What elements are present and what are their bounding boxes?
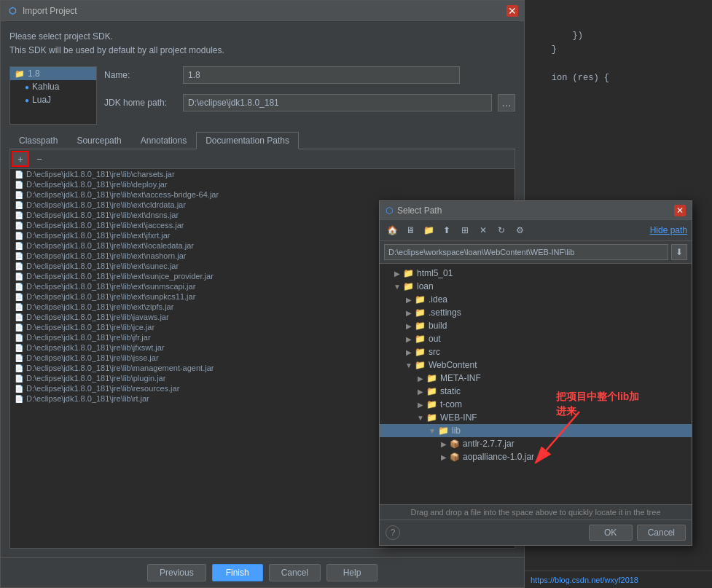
expand-arrow: ▶: [391, 267, 403, 279]
tree-node-build[interactable]: ▶ 📁 build: [380, 319, 692, 332]
tree-node-tcom[interactable]: ▶ 📁 t-com: [380, 398, 692, 411]
folder-icon: 📁: [415, 321, 426, 331]
tree-node-label: t-com: [440, 399, 462, 409]
path-row: ⬇: [380, 241, 692, 264]
select-path-icon: ⬡: [386, 205, 393, 216]
tab-classpath[interactable]: Classpath: [9, 132, 67, 149]
file-tree: ▶ 📁 html5_01 ▼ 📁 loan ▶ 📁 .idea ▶ 📁 .set…: [380, 264, 692, 504]
tree-node-label: build: [429, 321, 447, 331]
expand-arrow: ▶: [415, 399, 426, 410]
path-input[interactable]: [384, 244, 668, 260]
expand-arrow: ▶: [415, 372, 426, 384]
cancel-button[interactable]: Cancel: [637, 525, 686, 541]
select-path-dialog: ⬡ Select Path ✕ 🏠 🖥 📁 ⬆ ⊞ ✕ ↻ ⚙ Hide pat…: [379, 200, 692, 546]
sdk-item-label: Kahlua: [32, 82, 59, 92]
jar-icon: 📄: [15, 375, 23, 383]
dot-icon: ●: [25, 83, 29, 91]
tree-node-static[interactable]: ▶ 📁 static: [380, 385, 692, 398]
settings-button[interactable]: ⚙: [512, 223, 528, 238]
tree-node-loan[interactable]: ▼ 📁 loan: [380, 280, 692, 293]
select-path-titlebar: ⬡ Select Path ✕: [380, 201, 692, 220]
tree-node-label: out: [429, 334, 441, 344]
tree-node-out[interactable]: ▶ 📁 out: [380, 332, 692, 345]
select-path-close-button[interactable]: ✕: [674, 205, 686, 216]
tree-node-label: .idea: [429, 294, 447, 305]
code-line: }: [531, 43, 705, 57]
tree-node-antlr[interactable]: ▶ 📦 antlr-2.7.7.jar: [380, 437, 692, 450]
close-button[interactable]: ✕: [506, 5, 518, 17]
tab-bar: Classpath Sourcepath Annotations Documen…: [9, 132, 515, 149]
folder-icon: 📁: [415, 307, 426, 318]
expand-arrow: ▼: [403, 359, 415, 371]
finish-button[interactable]: Finish: [212, 564, 263, 581]
folder-icon: 📁: [438, 426, 449, 436]
jar-icon: 📄: [15, 313, 23, 321]
sdk-tree-item-kahlua[interactable]: ● Kahlua: [10, 80, 96, 93]
sdk-item-label: 1.8: [28, 68, 40, 79]
jdk-field-row: JDK home path: …: [104, 94, 515, 111]
browse-button[interactable]: …: [498, 94, 515, 111]
tree-node-webcontent[interactable]: ▼ 📁 WebContent: [380, 358, 692, 372]
code-line: [531, 57, 705, 71]
add-file-button[interactable]: +: [12, 151, 29, 167]
tree-node-html501[interactable]: ▶ 📁 html5_01: [380, 267, 692, 280]
jar-icon: 📄: [15, 334, 23, 342]
jar-icon: 📄: [15, 201, 23, 209]
help-button[interactable]: ?: [386, 525, 400, 540]
expand-arrow: ▶: [415, 385, 426, 397]
tree-node-metainf[interactable]: ▶ 📁 META-INF: [380, 372, 692, 385]
remove-file-button[interactable]: −: [31, 151, 48, 167]
tree-node-label: loan: [417, 281, 434, 291]
tree-node-label: antlr-2.7.7.jar: [463, 439, 515, 449]
folder-icon: 📁: [415, 294, 426, 305]
expand-button[interactable]: ⊞: [457, 223, 473, 238]
sdk-tree-item-18[interactable]: 📁 1.8: [10, 67, 96, 80]
expand-arrow: ▼: [426, 425, 438, 436]
jar-icon: 📄: [15, 232, 23, 240]
name-input[interactable]: [183, 66, 460, 84]
tree-node-aopalliance[interactable]: ▶ 📦 aopalliance-1.0.jar: [380, 450, 692, 463]
jar-icon: 📄: [15, 283, 23, 291]
drag-hint: Drag and drop a file into the space abov…: [380, 504, 692, 520]
previous-button[interactable]: Previous: [147, 564, 206, 581]
tree-node-label: META-INF: [440, 373, 481, 383]
tree-node-idea[interactable]: ▶ 📁 .idea: [380, 293, 692, 306]
jar-icon: 📄: [15, 324, 23, 332]
refresh-button[interactable]: ↻: [493, 223, 509, 238]
home-button[interactable]: 🏠: [384, 223, 400, 238]
tab-documentation-paths[interactable]: Documentation Paths: [196, 132, 299, 149]
jdk-path-input[interactable]: [183, 94, 492, 111]
tree-node-settings[interactable]: ▶ 📁 .settings: [380, 306, 692, 319]
hide-path-link[interactable]: Hide path: [650, 225, 687, 235]
tree-node-label: .settings: [429, 307, 461, 318]
list-item[interactable]: 📄D:\eclipse\jdk1.8.0_181\jre\lib\charset…: [10, 169, 515, 179]
delete-button[interactable]: ✕: [475, 223, 491, 238]
jar-icon: 📄: [15, 364, 23, 372]
jar-icon: 📄: [15, 395, 23, 403]
list-item[interactable]: 📄D:\eclipse\jdk1.8.0_181\jre\lib\deploy.…: [10, 179, 515, 189]
folder-icon: 📁: [426, 412, 437, 423]
cancel-button[interactable]: Cancel: [269, 564, 321, 581]
tab-sourcepath[interactable]: Sourcepath: [67, 132, 130, 149]
new-folder-button[interactable]: 📁: [420, 223, 437, 238]
tab-annotations[interactable]: Annotations: [131, 132, 196, 149]
computer-button[interactable]: 🖥: [402, 223, 418, 238]
up-folder-button[interactable]: ⬆: [439, 223, 455, 238]
jar-icon: 📄: [15, 252, 23, 260]
jar-file-icon: 📦: [450, 452, 460, 462]
sdk-tree-item-luaj[interactable]: ● LuaJ: [10, 93, 96, 106]
folder-icon: 📁: [415, 347, 426, 357]
expand-arrow: ▼: [415, 412, 426, 423]
tree-node-src[interactable]: ▶ 📁 src: [380, 345, 692, 358]
ok-button[interactable]: OK: [589, 525, 633, 541]
folder-icon: 📁: [403, 281, 414, 291]
tree-node-lib[interactable]: ▼ 📁 lib: [380, 424, 692, 437]
list-item[interactable]: 📄D:\eclipse\jdk1.8.0_181\jre\lib\ext\acc…: [10, 189, 515, 200]
jar-file-icon: 📦: [450, 439, 460, 449]
footer-buttons: OK Cancel: [589, 525, 686, 541]
path-download-button[interactable]: ⬇: [671, 244, 687, 260]
tree-node-webinf[interactable]: ▼ 📁 WEB-INF: [380, 411, 692, 424]
help-button[interactable]: Help: [326, 564, 377, 581]
tree-node-label: lib: [452, 426, 461, 436]
sdk-tree: 📁 1.8 ● Kahlua ● LuaJ: [9, 66, 97, 125]
